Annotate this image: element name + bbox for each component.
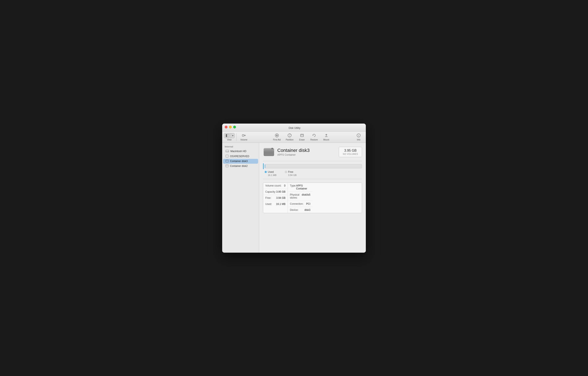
free-value: 3.94 GB [288, 174, 296, 176]
disk-title-area: Container disk3 APFS Container [277, 148, 339, 156]
sidebar-section-internal: Internal [222, 145, 259, 149]
svg-rect-0 [226, 134, 227, 137]
info-label: Free: [265, 197, 271, 199]
close-button[interactable] [225, 126, 228, 128]
info-row: Connection:PCI [288, 201, 313, 207]
info-row: Physical stores:disk0s5 [288, 192, 313, 201]
info-row: Type:APFS Container [288, 183, 313, 192]
main-content: Container disk3 APFS Container 3.95 GB N… [259, 143, 366, 253]
volume-button[interactable]: Volume [238, 132, 249, 142]
sidebar-item-container-disk2[interactable]: Container disk2 [223, 164, 258, 168]
erase-button[interactable]: Erase [296, 132, 307, 142]
legend-free: Free 3.94 GB [285, 170, 296, 176]
disk-utility-window: Disk Utility ▾ View [222, 124, 366, 253]
used-dot [265, 171, 267, 173]
svg-rect-25 [226, 165, 228, 167]
sidebar-item-osxreserved[interactable]: OSXRESERVED [223, 154, 258, 159]
used-value: 16.1 MB [268, 174, 276, 176]
divider-top [263, 161, 362, 161]
container-icon [226, 159, 229, 163]
svg-text:i: i [358, 134, 359, 137]
info-value: 0 [284, 184, 285, 187]
svg-point-21 [228, 152, 228, 152]
sidebar-label-macintosh-hd: Macintosh HD [231, 150, 246, 153]
info-label: Volume count: [265, 184, 281, 187]
divider-bottom [263, 179, 362, 179]
restore-button[interactable]: Restore [308, 132, 320, 142]
free-label: Free [288, 170, 293, 173]
disk-image-icon [263, 146, 275, 158]
sidebar-item-macintosh-hd[interactable]: Macintosh HD [223, 149, 258, 154]
restore-label: Restore [310, 139, 318, 141]
sidebar-label-container-disk2: Container disk2 [230, 165, 248, 167]
partition-icon [287, 133, 292, 138]
svg-rect-2 [242, 135, 244, 136]
disk-no-volumes: NO VOLUMES [343, 153, 358, 155]
used-label: Used [268, 170, 274, 173]
info-row: Volume count:0 [263, 183, 288, 189]
legend-used: Used 16.1 MB [265, 170, 276, 176]
info-icon: i [357, 133, 361, 138]
body-area: Internal Macintosh HD OSXRESE [222, 143, 366, 253]
traffic-lights [225, 126, 236, 128]
volume-icon [242, 133, 246, 138]
info-row: Free:3.94 GB [263, 195, 288, 201]
mount-icon [324, 133, 328, 138]
svg-rect-1 [227, 134, 229, 137]
bar-indicator [263, 163, 264, 169]
info-value: 16.1 MB [276, 203, 285, 206]
disk-name: Container disk3 [277, 148, 339, 153]
first-aid-label: First Aid [273, 139, 281, 141]
erase-icon [300, 133, 304, 138]
info-label: Used: [265, 203, 272, 206]
partition-label: Partition [286, 139, 294, 141]
volume-icon-sidebar [226, 155, 229, 158]
hard-drive-icon [226, 149, 229, 153]
restore-icon [312, 133, 316, 138]
info-label: Type: [290, 184, 296, 190]
info-value: APFS Container [296, 184, 310, 190]
info-row: Used:16.1 MB [263, 201, 288, 207]
info-row: Device:disk3 [288, 207, 313, 213]
first-aid-icon [275, 133, 279, 138]
disk-size-box: 3.95 GB NO VOLUMES [339, 147, 362, 157]
sidebar: Internal Macintosh HD OSXRESE [222, 143, 259, 253]
maximize-button[interactable] [233, 126, 236, 128]
first-aid-button[interactable]: First Aid [271, 132, 283, 142]
info-label: Info [357, 139, 360, 141]
info-label: Device: [290, 209, 298, 211]
disk-size-value: 3.95 GB [343, 149, 358, 153]
free-dot [285, 171, 287, 173]
minimize-button[interactable] [229, 126, 232, 128]
erase-label: Erase [299, 139, 305, 141]
volume-label: Volume [240, 139, 247, 141]
info-label: Connection: [290, 202, 304, 205]
info-label: Physical stores: [290, 193, 302, 199]
storage-bar-container [263, 163, 362, 169]
svg-rect-11 [301, 134, 304, 137]
partition-button[interactable]: Partition [284, 132, 296, 142]
info-value: 3.95 GB [276, 190, 285, 193]
info-label: Capacity: [265, 190, 276, 193]
info-value: disk0s5 [302, 193, 310, 199]
svg-rect-22 [226, 155, 228, 157]
sidebar-label-osxreserved: OSXRESERVED [230, 155, 249, 158]
svg-rect-33 [271, 148, 273, 149]
title-bar: Disk Utility [222, 124, 366, 132]
window-title: Disk Utility [289, 126, 301, 129]
disk-subtitle: APFS Container [277, 153, 339, 156]
storage-bar [265, 164, 362, 168]
info-value: disk3 [304, 209, 310, 211]
sidebar-item-container-disk3[interactable]: Container disk3 [223, 159, 258, 164]
info-button[interactable]: i Info [353, 132, 364, 142]
view-dropdown-btn[interactable]: ▾ [231, 133, 234, 138]
view-sidebar-btn[interactable] [224, 133, 231, 138]
mount-button[interactable]: Mount [321, 132, 332, 142]
info-row: Capacity:3.95 GB [263, 189, 288, 195]
view-group[interactable]: ▾ [224, 133, 235, 138]
storage-legend: Used 16.1 MB Free 3.94 GB [265, 170, 362, 176]
disk-header: Container disk3 APFS Container 3.95 GB N… [263, 146, 362, 158]
info-value: 3.94 GB [276, 197, 285, 199]
view-label: View [227, 139, 232, 141]
container2-icon [226, 164, 229, 168]
